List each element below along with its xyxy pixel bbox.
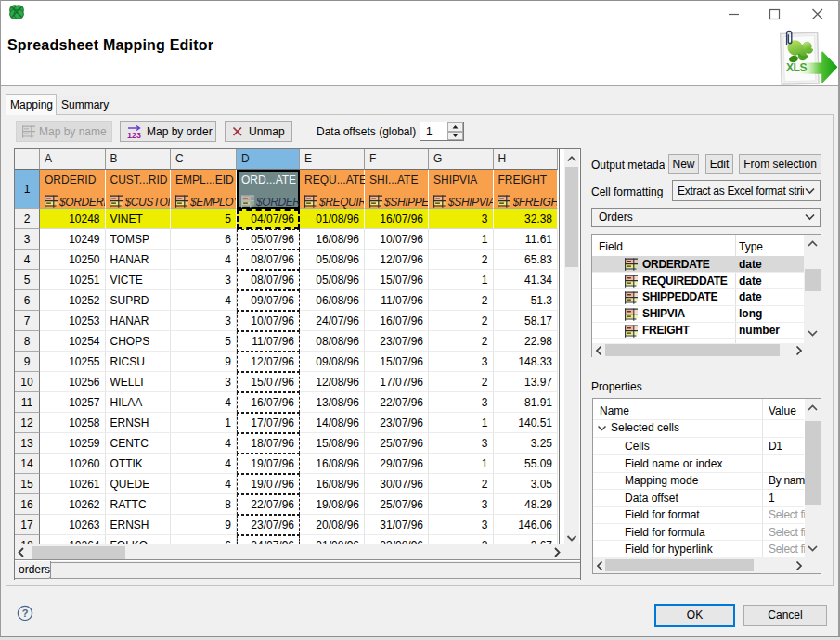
svg-text:?: ? <box>22 608 29 619</box>
svg-text:123: 123 <box>127 131 141 140</box>
svg-text:XLS: XLS <box>786 61 808 74</box>
